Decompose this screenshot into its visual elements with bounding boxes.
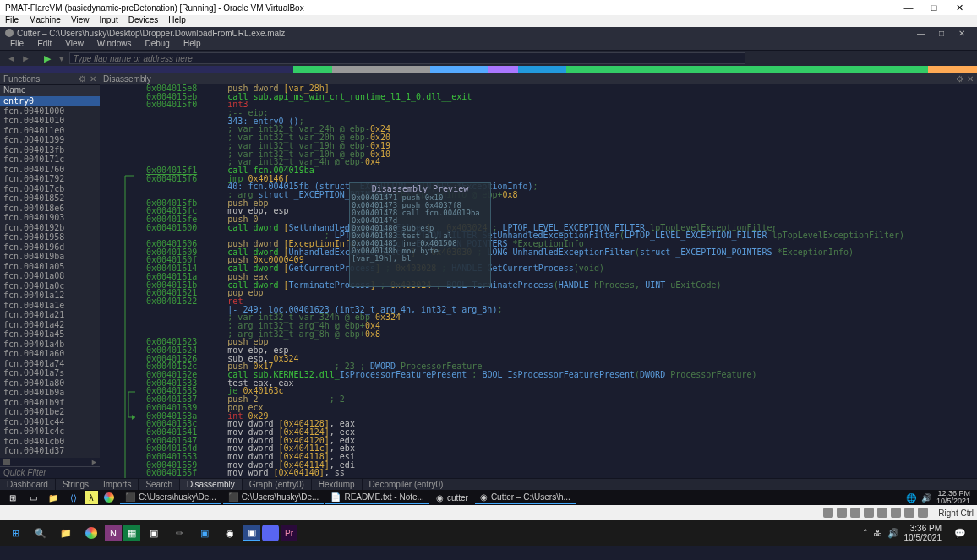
function-item[interactable]: fcn.004018e6	[0, 204, 100, 214]
guest-task-view-icon[interactable]: ▭	[24, 491, 42, 504]
disasm-settings-icon[interactable]: ⚙	[956, 74, 963, 84]
function-item[interactable]: fcn.00401852	[0, 193, 100, 204]
vbox-net-icon[interactable]	[850, 508, 860, 518]
function-item[interactable]: fcn.00401d37	[0, 446, 100, 456]
vbox-maximize[interactable]: □	[921, 3, 947, 13]
host-tray-sound-icon[interactable]: 🔊	[887, 528, 899, 539]
bottom-tab[interactable]: Disassembly	[180, 479, 243, 490]
guest-app-explorer1[interactable]: ⬛C:\Users\husky\De...	[120, 491, 221, 504]
functions-name-column[interactable]: Name	[0, 84, 100, 96]
function-item[interactable]: fcn.00401958	[0, 232, 100, 242]
function-item[interactable]: fcn.00401792	[0, 174, 100, 184]
function-item[interactable]: fcn.00401b9a	[0, 388, 100, 398]
disasm-line[interactable]: 0x004015eb call sub.api_ms_win_crt_runti…	[146, 93, 977, 101]
host-tray-chevron-icon[interactable]: ˄	[863, 528, 868, 539]
cutter-menu-help[interactable]: Help	[177, 39, 208, 50]
vbox-close[interactable]: ✕	[947, 3, 972, 14]
guest-tray-network-icon[interactable]: 🌐	[906, 493, 916, 503]
function-item[interactable]: fcn.00401c44	[0, 417, 100, 427]
host-virtualbox-icon[interactable]: ▣	[243, 525, 260, 541]
function-item[interactable]: fcn.004019ba	[0, 252, 100, 262]
guest-cmder-icon[interactable]: λ	[85, 491, 98, 504]
guest-clock[interactable]: 12:36 PM 10/5/2021	[936, 490, 974, 505]
disasm-line[interactable]: 0x004015fc mov ebp, esp	[146, 207, 977, 215]
function-item[interactable]: fcn.00401a80	[0, 378, 100, 389]
function-item[interactable]: fcn.00401a05	[0, 262, 100, 272]
bottom-tab[interactable]: Decompiler (entry0)	[363, 479, 451, 490]
function-item[interactable]: fcn.00401a7s	[0, 368, 100, 378]
host-terminal-icon[interactable]: ▣	[142, 522, 166, 544]
host-obs-icon[interactable]: ◉	[218, 522, 242, 544]
guest-app-notepad[interactable]: 📄README.txt - Note...	[325, 491, 428, 504]
guest-explorer-icon[interactable]: 📁	[44, 491, 63, 504]
function-item[interactable]: fcn.004013fb	[0, 145, 100, 155]
host-app2-icon[interactable]: ▣	[193, 522, 216, 544]
function-item[interactable]: fcn.00401a60	[0, 349, 100, 359]
function-item[interactable]: fcn.0040171c	[0, 155, 100, 165]
functions-scrollbar[interactable]: ►	[0, 458, 100, 466]
disasm-line[interactable]: 0x0040161b call dword [TerminateProcess]…	[146, 281, 977, 290]
vbox-menu-input[interactable]: Input	[99, 15, 117, 27]
bottom-tab[interactable]: Hexdump	[312, 479, 363, 490]
vbox-shared-icon[interactable]	[877, 508, 887, 518]
function-item[interactable]: fcn.00401c4c	[0, 427, 100, 437]
guest-tray-sound-icon[interactable]: 🔊	[921, 493, 931, 503]
host-app1-icon[interactable]: ✏	[167, 522, 191, 544]
host-notifications-icon[interactable]: 💬	[948, 522, 972, 544]
host-chrome-icon[interactable]	[79, 522, 103, 544]
function-item[interactable]: fcn.004017cb	[0, 184, 100, 194]
function-item[interactable]: fcn.00401a12	[0, 291, 100, 301]
vbox-cpu-icon[interactable]	[918, 508, 928, 518]
host-excel-icon[interactable]: ▦	[123, 525, 140, 541]
guest-start-button[interactable]: ⊞	[3, 491, 22, 504]
cutter-menu-windows[interactable]: Windows	[90, 39, 139, 50]
vbox-menu-devices[interactable]: Devices	[128, 15, 159, 27]
function-item[interactable]: fcn.00401a0c	[0, 281, 100, 291]
function-item[interactable]: fcn.00401a4b	[0, 340, 100, 350]
cutter-maximize[interactable]: □	[931, 29, 952, 38]
cutter-close[interactable]: ✕	[952, 29, 972, 38]
function-item[interactable]: fcn.00401399	[0, 135, 100, 145]
address-search-input[interactable]	[69, 52, 745, 64]
guest-app-cutter2[interactable]: ◉Cutter – C:\Users\h...	[475, 491, 576, 504]
nav-forward-icon[interactable]: ►	[21, 53, 30, 63]
vbox-menu-file[interactable]: File	[5, 15, 19, 27]
disasm-line[interactable]: ; arg struct _EXCEPTION_POINTERS *Except…	[146, 191, 977, 199]
disasm-line[interactable]: ; arg int32_t arg_8h @ ebp+0x8	[146, 330, 977, 339]
disasm-line[interactable]: 0x00401621 pop ebp	[146, 289, 977, 297]
host-explorer-icon[interactable]: 📁	[54, 522, 78, 544]
functions-settings-icon[interactable]: ⚙	[79, 74, 86, 84]
guest-chrome-icon[interactable]	[100, 491, 118, 504]
guest-app-explorer2[interactable]: ⬛C:\Users\husky\De...	[223, 491, 325, 504]
host-clock[interactable]: 3:36 PM 10/5/2021	[904, 524, 949, 542]
bottom-tab[interactable]: Strings	[56, 479, 96, 490]
function-item[interactable]: fcn.00401be2	[0, 407, 100, 417]
disasm-line[interactable]: 0x00401639 pop ecx	[146, 404, 977, 412]
vbox-hdd-icon[interactable]	[823, 508, 833, 518]
cutter-menu-debug[interactable]: Debug	[138, 39, 176, 50]
nav-back-icon[interactable]: ◄	[7, 53, 16, 63]
functions-list[interactable]: entry0fcn.00401000fcn.00401010fcn.004011…	[0, 96, 100, 458]
cutter-menu-edit[interactable]: Edit	[30, 39, 58, 50]
host-premiere-icon[interactable]: Pr	[281, 525, 297, 541]
vbox-menu-view[interactable]: View	[71, 15, 90, 27]
host-tray-net-icon[interactable]: 🖧	[873, 528, 882, 538]
guest-vscode-icon[interactable]: ⟨⟩	[64, 491, 83, 504]
function-item[interactable]: fcn.00401760	[0, 165, 100, 175]
function-item[interactable]: fcn.0040196d	[0, 242, 100, 253]
function-item[interactable]: fcn.00401a45	[0, 329, 100, 340]
function-item[interactable]: fcn.00401a1e	[0, 301, 100, 311]
bottom-tab[interactable]: Graph (entry0)	[243, 479, 312, 490]
section-map[interactable]	[0, 66, 977, 73]
dropdown-icon[interactable]: ▾	[59, 53, 64, 64]
cutter-menu-view[interactable]: View	[58, 39, 90, 50]
functions-close-icon[interactable]: ✕	[90, 74, 96, 84]
cutter-minimize[interactable]: —	[911, 29, 931, 38]
disasm-line[interactable]: 0x00401637 push 2 ; 2	[146, 395, 977, 404]
disasm-line[interactable]: 0x00401614 call dword [GetCurrentProcess…	[146, 264, 977, 273]
play-icon[interactable]: ▶	[44, 53, 51, 64]
function-item[interactable]: entry0	[0, 96, 100, 106]
bottom-tab[interactable]: Search	[139, 479, 180, 490]
host-discord-icon[interactable]	[262, 525, 279, 541]
function-item[interactable]: fcn.00401010	[0, 116, 100, 126]
